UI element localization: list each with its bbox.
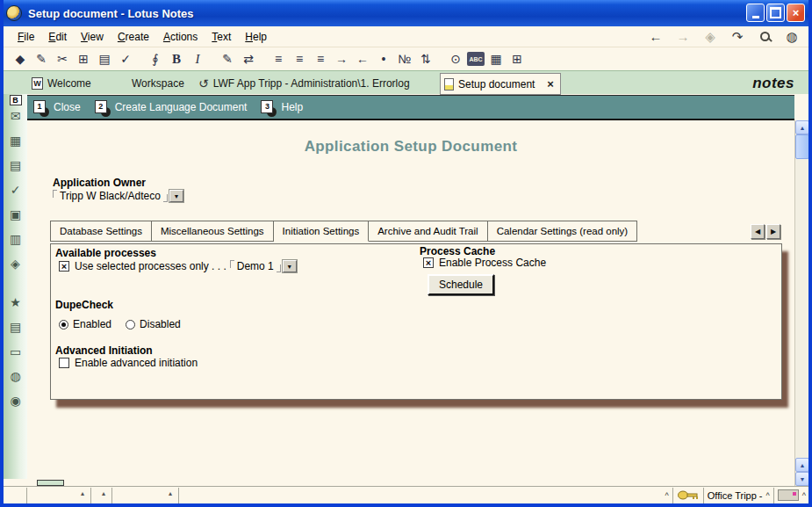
groupware-bookmark-icon[interactable]: ◉ xyxy=(6,391,25,410)
close-window-button[interactable]: × xyxy=(787,4,805,22)
spellcheck-icon[interactable]: ABC xyxy=(467,52,485,66)
maximize-button[interactable] xyxy=(766,4,785,22)
advanced-initiation-heading: Advanced Initiation xyxy=(55,344,153,357)
create-table-icon[interactable]: ⊞ xyxy=(507,49,527,69)
paste-icon[interactable]: ▤ xyxy=(95,49,114,69)
enable-advanced-initiation-checkbox[interactable] xyxy=(59,358,69,368)
security-key-icon[interactable] xyxy=(677,489,700,501)
tab-setup-document[interactable]: Setup document × xyxy=(440,73,561,95)
folder-bookmark-icon[interactable]: ▭ xyxy=(6,342,25,361)
copy-icon[interactable]: ⊞ xyxy=(74,49,93,69)
menu-view[interactable]: View xyxy=(74,29,111,45)
contacts-bookmark-icon[interactable]: ▤ xyxy=(6,156,25,175)
menu-bar: File Edit View Create Actions Text Help … xyxy=(4,26,808,47)
location-status[interactable]: Office Tripp - xyxy=(708,490,763,501)
action-close[interactable]: 1 Close xyxy=(33,100,81,115)
text-wrap-icon[interactable]: ⇄ xyxy=(239,49,258,69)
tab-miscellaneous-settings[interactable]: Miscellaneous Settings xyxy=(152,221,274,241)
open-url-icon[interactable]: ◍ xyxy=(782,29,801,45)
italic-icon[interactable]: I xyxy=(188,49,207,69)
tab-workspace[interactable]: Workspace xyxy=(132,71,184,95)
mail-status-icon[interactable] xyxy=(778,489,799,501)
tab-scroll-right-icon[interactable]: ▶ xyxy=(766,224,780,239)
bullet-list-icon[interactable]: • xyxy=(374,49,393,69)
properties-icon[interactable]: ◆ xyxy=(11,49,30,69)
scroll-up-bottom-icon[interactable]: ▲ xyxy=(795,458,809,472)
vertical-scrollbar[interactable]: ▲ ▲ ▼ xyxy=(794,120,808,486)
bookmark-folder2-icon[interactable]: ◈ xyxy=(6,254,25,273)
menu-text[interactable]: Text xyxy=(205,29,238,45)
mail-popup-caret[interactable]: ^ xyxy=(802,491,806,500)
dupecheck-enabled-radio[interactable] xyxy=(59,320,68,330)
replicator-bookmark-icon[interactable]: ▣ xyxy=(6,205,25,224)
section-expand-marker[interactable]: ▴ xyxy=(169,489,172,497)
mail-bookmark-icon[interactable]: ✉ xyxy=(6,106,25,126)
dupecheck-options-row: Enabled Disabled xyxy=(59,318,195,330)
cut-icon[interactable]: ✂ xyxy=(53,49,72,69)
align-right-icon[interactable]: ≡ xyxy=(311,49,330,69)
scroll-up-icon[interactable]: ▲ xyxy=(795,120,809,134)
flashlight-icon[interactable]: ⊙ xyxy=(446,49,465,69)
notes-logo: notes xyxy=(752,75,794,92)
application-owner-field[interactable]: Tripp W Black/Adteco ▼ xyxy=(53,190,183,202)
location-popup-caret[interactable]: ^ xyxy=(766,491,770,500)
close-tab-icon[interactable]: × xyxy=(544,77,557,91)
action-create-language-document[interactable]: 2 Create Language Document xyxy=(95,100,248,115)
action-help[interactable]: 3 Help xyxy=(261,100,303,115)
refresh-icon[interactable]: ↷ xyxy=(728,29,747,45)
edit-document-icon[interactable]: ✎ xyxy=(32,49,51,69)
sort-icon[interactable]: ⇅ xyxy=(416,49,435,69)
minimize-button[interactable] xyxy=(746,4,765,22)
tab-scroll-left-icon[interactable]: ◀ xyxy=(751,224,765,239)
sign-icon[interactable]: ✓ xyxy=(116,49,135,69)
databases-bookmark-icon[interactable]: ▤ xyxy=(6,317,25,337)
tab-initiation-settings[interactable]: Initiation Settings xyxy=(274,221,370,242)
search-icon[interactable] xyxy=(755,29,774,44)
tab-archive-audit-trail[interactable]: Archive and Audit Trail xyxy=(369,221,487,241)
tab-errorlog[interactable]: ↺ LWF App Tripp - Administration\1. Erro… xyxy=(198,71,410,95)
go-forward-icon[interactable]: → xyxy=(673,29,693,44)
internet-bookmark-icon[interactable]: ◍ xyxy=(6,366,25,386)
owner-dropdown-button[interactable]: ▼ xyxy=(169,190,183,202)
schedule-button[interactable]: Schedule xyxy=(428,274,494,295)
outdent-icon[interactable]: ← xyxy=(353,49,372,69)
dupecheck-disabled-label: Disabled xyxy=(140,318,181,330)
menu-file[interactable]: File xyxy=(11,29,41,45)
bookmark-sidebar: B ✉▦▤✓▣▥◈★▤▭◍◉ xyxy=(4,94,27,479)
scroll-down-icon[interactable]: ▼ xyxy=(795,472,809,486)
menu-edit[interactable]: Edit xyxy=(41,29,74,45)
stop-icon[interactable]: ◈ xyxy=(701,29,720,45)
todo-bookmark-icon[interactable]: ✓ xyxy=(6,180,25,199)
menu-create[interactable]: Create xyxy=(111,29,156,45)
tab-calendar-settings[interactable]: Calendar Settings (read only) xyxy=(488,221,638,241)
calendar-bookmark-icon[interactable]: ▦ xyxy=(6,131,25,150)
tab-welcome[interactable]: W Welcome xyxy=(32,71,91,95)
scrollbar-thumb[interactable] xyxy=(795,134,809,159)
menu-help[interactable]: Help xyxy=(238,29,274,45)
align-center-icon[interactable]: ≡ xyxy=(290,49,309,69)
scrollbar-track[interactable] xyxy=(795,159,808,458)
section-expand-marker[interactable]: ▴ xyxy=(81,489,84,497)
highlighter-icon[interactable]: ✎ xyxy=(218,49,237,69)
bookmark-folder-icon[interactable]: ▥ xyxy=(6,229,25,249)
numbered-list-icon[interactable]: № xyxy=(395,49,414,69)
attach-file-icon[interactable]: ∮ xyxy=(146,49,165,69)
use-selected-processes-checkbox[interactable]: × xyxy=(59,261,69,272)
tab-database-settings[interactable]: Database Settings xyxy=(51,221,152,241)
dupecheck-enabled-label: Enabled xyxy=(73,318,111,330)
status-popup-caret[interactable]: ^ xyxy=(665,491,669,500)
dupecheck-disabled-radio[interactable] xyxy=(126,320,135,330)
enable-process-cache-checkbox[interactable]: × xyxy=(423,257,434,268)
tab-scroll-buttons: ◀ ▶ xyxy=(751,224,780,239)
section-expand-marker[interactable]: ▴ xyxy=(102,489,105,497)
favorites-bookmark-icon[interactable]: ★ xyxy=(6,293,25,312)
menu-actions[interactable]: Actions xyxy=(156,29,205,45)
process-dropdown-button[interactable]: ▼ xyxy=(283,260,297,272)
horizontal-scroll-thumb[interactable] xyxy=(37,480,64,486)
go-back-icon[interactable]: ← xyxy=(646,29,665,44)
bold-icon[interactable]: B xyxy=(167,49,186,69)
indent-icon[interactable]: → xyxy=(332,49,351,69)
align-left-icon[interactable]: ≡ xyxy=(269,49,288,69)
enable-advanced-initiation-label: Enable advanced initiation xyxy=(75,357,198,369)
preview-icon[interactable]: ▦ xyxy=(486,49,506,69)
